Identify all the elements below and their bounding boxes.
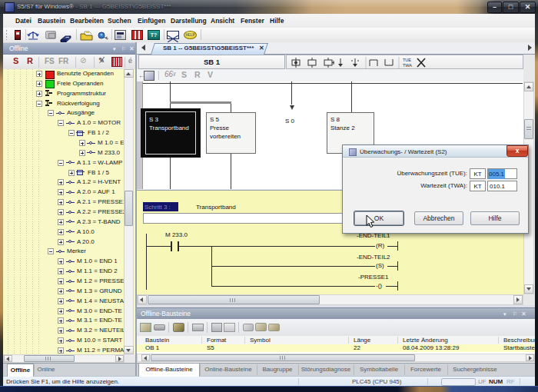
svg-text:TUE: TUE	[403, 58, 411, 62]
svg-text:TWA: TWA	[403, 63, 412, 68]
